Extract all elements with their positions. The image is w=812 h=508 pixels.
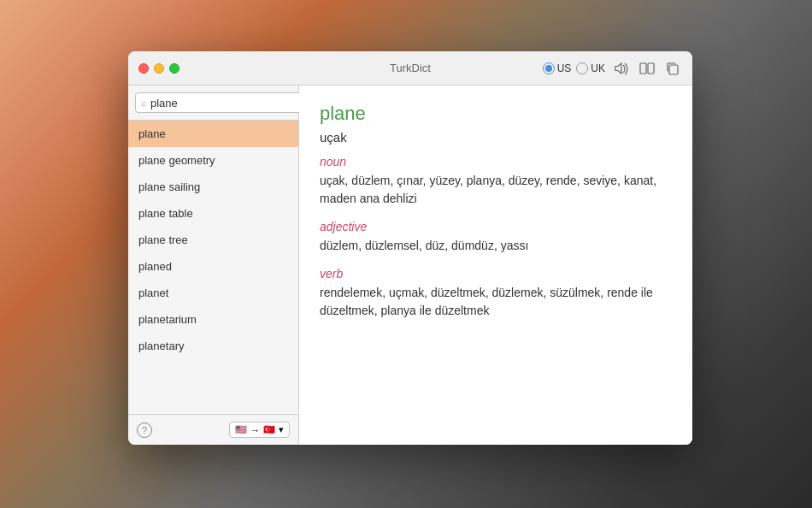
simple-translation: uçak (320, 130, 672, 145)
uk-radio-dot[interactable] (576, 62, 588, 74)
search-input-wrapper: ⌕ ✕ (135, 92, 314, 113)
copy-button[interactable] (663, 59, 682, 78)
pos-label: noun (320, 155, 672, 168)
us-radio-option[interactable]: US (543, 62, 572, 74)
help-button[interactable]: ? (137, 422, 152, 438)
lang-arrow: → (250, 425, 260, 435)
word-list-item[interactable]: plane geometry (128, 147, 298, 174)
word-list-item[interactable]: plane sailing (128, 174, 298, 200)
minimize-button[interactable] (154, 63, 164, 74)
lang-dropdown-arrow: ▾ (279, 424, 284, 435)
word-list-item[interactable]: planet (128, 280, 298, 306)
uk-radio-option[interactable]: UK (576, 62, 605, 74)
us-radio-dot[interactable] (543, 62, 555, 74)
word-list-item[interactable]: plane (128, 121, 298, 147)
content-panel: plane uçak nounuçak, düzlem, çınar, yüze… (299, 86, 692, 445)
word-list-item[interactable]: plane tree (128, 227, 298, 253)
sidebar-footer: ? 🇺🇸 → 🇹🇷 ▾ (128, 414, 298, 445)
lang-to-flag: 🇹🇷 (263, 424, 275, 435)
traffic-lights (138, 63, 179, 74)
svg-rect-0 (640, 63, 646, 74)
titlebar: TurkDict US UK (128, 51, 692, 86)
pos-definition: uçak, düzlem, çınar, yüzey, planya, düze… (320, 172, 672, 208)
us-label: US (557, 62, 572, 74)
main-content: ⌕ ✕ planeplane geometryplane sailingplan… (128, 86, 692, 445)
pos-label: adjective (320, 220, 672, 233)
speaker-button[interactable] (612, 59, 631, 78)
word-list-item[interactable]: planetarium (128, 306, 298, 333)
split-view-button[interactable] (638, 59, 656, 78)
pos-definition: düzlem, düzlemsel, düz, dümdüz, yassı (320, 237, 672, 255)
pos-label: verb (320, 267, 672, 281)
uk-label: UK (591, 62, 605, 74)
lang-from-flag: 🇺🇸 (235, 424, 247, 435)
pronunciation-selector: US UK (543, 62, 605, 74)
word-list: planeplane geometryplane sailingplane ta… (128, 121, 298, 414)
close-button[interactable] (138, 63, 149, 74)
pos-definition: rendelemek, uçmak, düzeltmek, düzlemek, … (320, 284, 672, 320)
search-icon: ⌕ (141, 97, 147, 108)
window-title: TurkDict (390, 62, 431, 74)
entry-word: plane (320, 103, 672, 125)
sidebar: ⌕ ✕ planeplane geometryplane sailingplan… (128, 86, 299, 445)
maximize-button[interactable] (169, 63, 179, 74)
language-selector[interactable]: 🇺🇸 → 🇹🇷 ▾ (229, 422, 290, 438)
word-list-item[interactable]: planed (128, 253, 298, 280)
titlebar-controls: US UK (543, 59, 682, 78)
main-window: TurkDict US UK (128, 51, 692, 445)
word-list-item[interactable]: planetary (128, 333, 298, 359)
svg-rect-1 (648, 63, 654, 74)
sections-container: nounuçak, düzlem, çınar, yüzey, planya, … (320, 155, 672, 320)
search-input[interactable] (150, 97, 294, 109)
search-bar: ⌕ ✕ (128, 86, 298, 121)
svg-rect-2 (669, 65, 678, 74)
word-list-item[interactable]: plane table (128, 200, 298, 227)
